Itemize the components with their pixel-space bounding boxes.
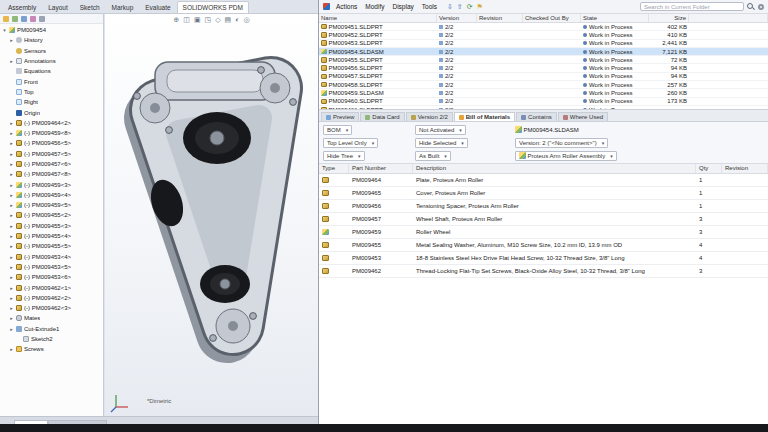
tree-item[interactable]: ▸ (-) PM009453<4> <box>0 252 103 262</box>
top-level-only-dropdown[interactable]: Top Level Only▾ <box>323 138 378 148</box>
PM009460.SLDPRT[interactable]: PM009460.SLDPRT 2/2 Work in Process 173 … <box>319 98 768 106</box>
expand-caret-icon[interactable]: ▸ <box>9 58 14 64</box>
propertymanager-tab-icon[interactable] <box>12 16 18 22</box>
PM009452.SLDPRT[interactable]: PM009452.SLDPRT 2/2 Work in Process 410 … <box>319 31 768 39</box>
search-input[interactable] <box>640 2 744 11</box>
expand-caret-icon[interactable]: ▸ <box>9 233 14 239</box>
assembly-dropdown[interactable]: Proteus Arm Roller Assembly▾ <box>515 151 617 161</box>
expand-caret-icon[interactable]: ▸ <box>9 346 14 352</box>
tree-item[interactable]: Right <box>0 97 103 107</box>
column-header-description[interactable]: Description <box>413 164 696 173</box>
tree-item[interactable]: ▸ (-) PM009455<4> <box>0 231 103 241</box>
expand-caret-icon[interactable]: ▸ <box>9 295 14 301</box>
expand-caret-icon[interactable]: ▾ <box>2 27 7 33</box>
check-out-icon[interactable]: ⇩ <box>447 2 453 12</box>
expand-caret-icon[interactable]: ▸ <box>9 130 14 136</box>
dimxpertmanager-tab-icon[interactable] <box>30 16 36 22</box>
tab-version[interactable]: Version 2/2 <box>406 112 453 121</box>
configurationmanager-tab-icon[interactable] <box>21 16 27 22</box>
bom-row[interactable]: PM009453 18-8 Stainless Steel Hex Drive … <box>319 252 768 265</box>
search-icon[interactable] <box>747 3 755 11</box>
tree-item[interactable]: ▸ Mates <box>0 313 103 323</box>
tree-item[interactable]: Origin <box>0 107 103 117</box>
as-built-dropdown[interactable]: As Built▾ <box>415 151 451 161</box>
expand-caret-icon[interactable]: ▸ <box>9 192 14 198</box>
tree-item[interactable]: Sketch2 <box>0 334 103 344</box>
PM009454.SLDASM[interactable]: PM009454.SLDASM 2/2 Work in Process 7,12… <box>319 48 768 56</box>
expand-caret-icon[interactable]: ▸ <box>9 315 14 321</box>
menu-item[interactable]: Tools <box>419 2 440 11</box>
tree-item[interactable]: ▸ (-) PM009455<3> <box>0 221 103 231</box>
tree-item[interactable]: ▸ (-) PM009462<3> <box>0 303 103 313</box>
bom-row[interactable]: PM009459 Roller Wheel 3 <box>319 226 768 239</box>
menu-item[interactable]: Actions <box>333 2 360 11</box>
expand-caret-icon[interactable]: ▸ <box>9 182 14 188</box>
bom-row[interactable]: PM009456 Tensioning Spacer, Proteus Arm … <box>319 200 768 213</box>
menu-item[interactable]: Display <box>389 2 416 11</box>
column-header-version[interactable]: Version <box>437 14 477 22</box>
expand-caret-icon[interactable]: ▸ <box>9 326 14 332</box>
display-style-icon[interactable]: ◇ <box>215 15 220 25</box>
change-state-icon[interactable]: ⚑ <box>477 2 483 12</box>
PM009458.SLDPRT[interactable]: PM009458.SLDPRT 2/2 Work in Process 257 … <box>319 81 768 89</box>
column-header-revision[interactable]: Revision <box>477 14 523 22</box>
PM009453.SLDPRT[interactable]: PM009453.SLDPRT 2/2 Work in Process 2,44… <box>319 40 768 48</box>
tree-item[interactable]: Front <box>0 76 103 86</box>
version-dropdown[interactable]: Version: 2 ("<No comment>")▾ <box>515 138 608 148</box>
expand-caret-icon[interactable]: ▸ <box>9 161 14 167</box>
tree-item[interactable]: ▸ (-) PM009453<5> <box>0 262 103 272</box>
tree-item[interactable]: Top <box>0 87 103 97</box>
not-activated-dropdown[interactable]: Not Activated▾ <box>415 125 466 135</box>
expand-caret-icon[interactable]: ▸ <box>9 254 14 260</box>
tab-contains[interactable]: Contains <box>516 112 557 121</box>
tree-item[interactable]: ▾ PM009454 <box>0 25 103 35</box>
assembly-model[interactable] <box>109 38 314 378</box>
edit-appearance-icon[interactable]: ◐ <box>235 15 239 25</box>
view-orientation-icon[interactable]: ◳ <box>205 15 212 25</box>
command-tab[interactable]: Sketch <box>74 1 106 13</box>
expand-caret-icon[interactable]: ▸ <box>9 274 14 280</box>
column-header-size[interactable]: Size <box>649 14 689 22</box>
column-header-name[interactable]: Name <box>319 14 437 22</box>
bom-row[interactable]: PM009455 Metal Sealing Washer, Aluminum,… <box>319 239 768 252</box>
tree-item[interactable]: ▸ History <box>0 35 103 45</box>
tab-preview[interactable]: Preview <box>321 112 359 121</box>
expand-caret-icon[interactable]: ▸ <box>9 202 14 208</box>
tree-item[interactable]: ▸ (-) PM009457<5> <box>0 149 103 159</box>
tree-item[interactable]: ▸ Screws <box>0 344 103 354</box>
column-header-checked-out-by[interactable]: Checked Out By <box>523 14 581 22</box>
expand-caret-icon[interactable]: ▸ <box>9 151 14 157</box>
tree-item[interactable]: ▸ (-) PM009456<5> <box>0 138 103 148</box>
bom-row[interactable]: PM009464 Plate, Proteus Arm Roller 1 <box>319 174 768 187</box>
check-in-icon[interactable]: ⇧ <box>457 2 463 12</box>
hide-selected-dropdown[interactable]: Hide Selected▾ <box>415 138 468 148</box>
command-tab[interactable]: Assembly <box>2 1 42 13</box>
PM009456.SLDPRT[interactable]: PM009456.SLDPRT 2/2 Work in Process 94 K… <box>319 64 768 72</box>
column-header-type[interactable]: Type <box>319 164 349 173</box>
tree-item[interactable]: ▸ (-) PM009455<2> <box>0 210 103 220</box>
tree-item[interactable]: Sensors <box>0 46 103 56</box>
command-tab[interactable]: Markup <box>106 1 140 13</box>
tree-item[interactable]: Equations <box>0 66 103 76</box>
expand-caret-icon[interactable]: ▸ <box>9 37 14 43</box>
displaymanager-tab-icon[interactable] <box>39 16 45 22</box>
column-header-part-number[interactable]: Part Number <box>349 164 413 173</box>
tree-item[interactable]: ▸ (-) PM009457<8> <box>0 169 103 179</box>
section-view-icon[interactable]: ▣ <box>194 15 201 25</box>
expand-caret-icon[interactable]: ▸ <box>9 285 14 291</box>
command-tab[interactable]: SOLIDWORKS PDM <box>177 1 249 13</box>
expand-caret-icon[interactable]: ▸ <box>9 171 14 177</box>
expand-caret-icon[interactable]: ▸ <box>9 120 14 126</box>
zoom-area-icon[interactable]: ◫ <box>183 15 190 25</box>
tree-item[interactable]: ▸ (-) PM009455<5> <box>0 241 103 251</box>
search-options-icon[interactable] <box>758 4 764 10</box>
expand-caret-icon[interactable]: ▸ <box>9 243 14 249</box>
PM009451.SLDPRT[interactable]: PM009451.SLDPRT 2/2 Work in Process 402 … <box>319 23 768 31</box>
column-header-state[interactable]: State <box>581 14 649 22</box>
PM009457.SLDPRT[interactable]: PM009457.SLDPRT 2/2 Work in Process 94 K… <box>319 73 768 81</box>
expand-caret-icon[interactable]: ▸ <box>9 212 14 218</box>
tab-where-used[interactable]: Where Used <box>558 112 608 121</box>
PM009459.SLDASM[interactable]: PM009459.SLDASM 2/2 Work in Process 260 … <box>319 89 768 97</box>
view-settings-icon[interactable]: ◎ <box>243 15 249 25</box>
tree-item[interactable]: ▸ (-) PM009462<1> <box>0 282 103 292</box>
